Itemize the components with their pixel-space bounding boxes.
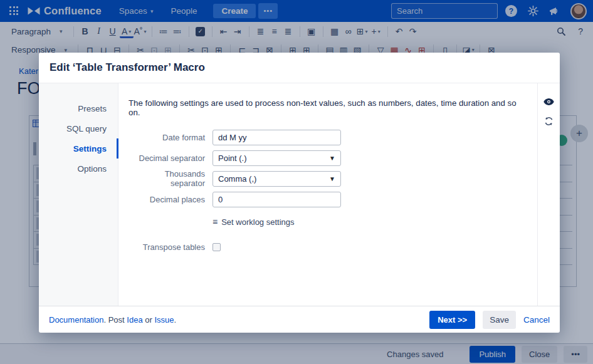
thousands-separator-select[interactable]: Comma (,) ▼ [213, 171, 341, 187]
dialog-side-actions [537, 83, 560, 306]
settings-panel: The following settings are used to proce… [118, 83, 537, 306]
tab-settings[interactable]: Settings [39, 138, 118, 159]
date-format-label: Date format [129, 133, 205, 142]
footer-buttons: Next >> Save Cancel [429, 311, 550, 329]
decimal-separator-row: Decimal separator Point (.) ▼ [129, 150, 527, 165]
decimal-places-row: Decimal places [129, 192, 527, 207]
thousands-separator-label: Thousands separator [129, 169, 205, 188]
transpose-tables-checkbox[interactable] [213, 243, 221, 251]
dialog-tabs: PresetsSQL querySettingsOptions [39, 83, 118, 306]
decimal-separator-label: Decimal separator [129, 153, 205, 163]
idea-link[interactable]: Idea [127, 315, 142, 325]
dialog-footer: Documentation. Post Idea or Issue. Next … [39, 306, 560, 333]
cancel-button[interactable]: Cancel [523, 315, 550, 325]
thousands-separator-row: Thousands separator Comma (,) ▼ [129, 171, 527, 186]
date-format-row: Date format [129, 130, 527, 145]
tab-options[interactable]: Options [39, 159, 118, 179]
dialog-header: Edit ‘Table Transformer’ Macro [39, 53, 560, 83]
decimal-separator-select[interactable]: Point (.) ▼ [213, 150, 341, 166]
footer-links: Documentation. Post Idea or Issue. [49, 315, 176, 325]
menu-icon: ≡ [213, 217, 218, 227]
date-format-input[interactable] [213, 130, 341, 145]
transpose-tables-label: Transpose tables [129, 242, 205, 252]
issue-link[interactable]: Issue [154, 315, 174, 325]
decimal-places-label: Decimal places [129, 195, 205, 204]
tab-sql-query[interactable]: SQL query [39, 118, 118, 138]
decimal-places-input[interactable] [213, 192, 341, 207]
refresh-icon[interactable] [543, 115, 555, 127]
documentation-link[interactable]: Documentation [49, 315, 103, 325]
settings-description: The following settings are used to proce… [129, 98, 527, 117]
confluence-editor-screen: Confluence Spaces▾ People Create ••• ? [0, 0, 593, 364]
set-worklog-settings-link[interactable]: ≡ Set worklog settings [213, 216, 527, 228]
transpose-tables-row: Transpose tables [129, 239, 527, 254]
preview-eye-icon[interactable] [543, 96, 555, 107]
select-caret-icon: ▼ [329, 155, 335, 162]
save-button[interactable]: Save [483, 311, 516, 329]
edit-macro-dialog: Edit ‘Table Transformer’ Macro PresetsSQ… [39, 53, 560, 333]
dialog-body: PresetsSQL querySettingsOptions The foll… [39, 83, 560, 306]
next-button[interactable]: Next >> [429, 311, 475, 329]
select-caret-icon: ▼ [329, 175, 335, 182]
dialog-title: Edit ‘Table Transformer’ Macro [50, 61, 205, 74]
tab-presets[interactable]: Presets [39, 98, 118, 118]
